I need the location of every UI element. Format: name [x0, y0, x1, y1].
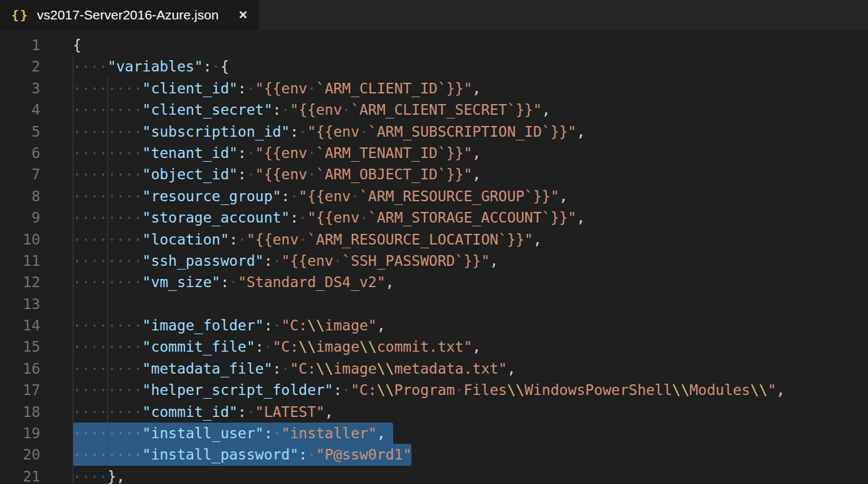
- line-content: ········"object_id":·"{{env·`ARM_OBJECT_…: [73, 164, 868, 185]
- whitespace-dots: ·: [299, 209, 307, 226]
- token: ,: [386, 274, 394, 290]
- vscode-window: {} vs2017-Server2016-Azure.json ✕ 1{2···…: [0, 0, 868, 484]
- tab-vs2017-server2016-azure[interactable]: {} vs2017-Server2016-Azure.json ✕: [0, 0, 259, 30]
- token: \\: [377, 382, 394, 398]
- token: ,: [576, 124, 585, 140]
- token: ,: [490, 253, 499, 269]
- code-line[interactable]: 6········"tenant_id":·"{{env·`ARM_TENANT…: [0, 142, 868, 164]
- token-run: ········"install_password":·"P@ssw0rd1": [73, 446, 411, 463]
- token: :: [238, 145, 246, 161]
- token: `ARM_STORAGE_ACCOUNT`}}": [368, 209, 576, 226]
- token: "client_id": [142, 80, 238, 97]
- code-line[interactable]: 14········"image_folder":·"C:\\image",: [0, 315, 868, 336]
- token: "resource_group": [142, 188, 282, 204]
- code-line[interactable]: 3········"client_id":·"{{env·`ARM_CLIENT…: [0, 78, 868, 99]
- token: "{{env: [255, 80, 307, 97]
- code-line[interactable]: 18········"commit_id":·"LATEST",: [0, 401, 868, 423]
- token-run: ········"commit_id":·"LATEST",: [73, 404, 333, 420]
- whitespace-dots: ·: [299, 124, 307, 140]
- code-line[interactable]: 8········"resource_group":·"{{env·`ARM_R…: [0, 186, 868, 207]
- token: image: [316, 339, 359, 355]
- token: :: [229, 231, 238, 248]
- whitespace-dots: ·: [246, 145, 255, 161]
- whitespace-dots: ········: [73, 339, 142, 355]
- whitespace-dots: ········: [73, 253, 142, 269]
- whitespace-dots: ·: [307, 145, 316, 161]
- code-line[interactable]: 2····"variables":·{: [0, 56, 868, 77]
- code-line[interactable]: 21····},: [0, 466, 868, 484]
- line-content: ········"client_secret":·"{{env·`ARM_CLI…: [73, 99, 868, 120]
- line-content: ········"commit_file":·"C:\\image\\commi…: [73, 336, 868, 357]
- code-line[interactable]: 9········"storage_account":·"{{env·`ARM_…: [0, 207, 868, 228]
- token: "{{env: [281, 253, 333, 269]
- token: ": [768, 382, 776, 398]
- whitespace-dots: ·: [342, 102, 351, 118]
- line-number: 14: [0, 315, 40, 336]
- line-number: 18: [0, 401, 40, 423]
- token: \\: [377, 360, 394, 377]
- line-number: 20: [0, 444, 40, 465]
- code-line[interactable]: 12········"vm_size":·"Standard_DS4_v2",: [0, 271, 868, 293]
- token: "{{env: [290, 102, 342, 118]
- code-line[interactable]: 19········"install_user":·"installer",: [0, 423, 868, 444]
- token: ,: [325, 404, 334, 420]
- line-number: 13: [0, 293, 40, 315]
- line-number: 19: [0, 423, 40, 444]
- token: :: [290, 209, 299, 226]
- line-number: 17: [0, 379, 40, 401]
- token: ,: [776, 382, 785, 398]
- whitespace-dots: ·: [212, 58, 221, 75]
- code-line[interactable]: 10········"location":·"{{env·`ARM_RESOUR…: [0, 229, 868, 250]
- whitespace-dots: ········: [73, 102, 142, 118]
- code-line[interactable]: 16········"metadata_file":·"C:\\image\\m…: [0, 358, 868, 379]
- token: "image_folder": [142, 317, 264, 334]
- code-line[interactable]: 15········"commit_file":·"C:\\image\\com…: [0, 336, 868, 357]
- whitespace-dots: ·: [281, 360, 290, 377]
- whitespace-dots: ·: [307, 446, 316, 463]
- token: "C:: [273, 339, 299, 355]
- code-editor[interactable]: 1{2····"variables":·{3········"client_id…: [0, 30, 868, 484]
- whitespace-dots: ········: [73, 166, 142, 182]
- code-line[interactable]: 5········"subscription_id":·"{{env·`ARM_…: [0, 121, 868, 142]
- whitespace-dots: ········: [73, 80, 142, 97]
- token-run: {: [73, 37, 82, 53]
- token: :: [281, 188, 290, 204]
- whitespace-dots: ·: [359, 124, 368, 140]
- whitespace-dots: ·: [351, 188, 359, 204]
- token-run: ········"client_id":·"{{env·`ARM_CLIENT_…: [73, 80, 481, 97]
- token: Modules: [689, 382, 750, 398]
- token: "installer": [281, 425, 376, 441]
- line-content: ····},: [73, 466, 868, 484]
- token: "vm_size": [142, 274, 221, 290]
- token: `SSH_PASSWORD`}}": [342, 253, 489, 269]
- token-run: ········"metadata_file":·"C:\\image\\met…: [73, 360, 516, 377]
- token: "Standard_DS4_v2": [238, 274, 385, 290]
- code-line[interactable]: 7········"object_id":·"{{env·`ARM_OBJECT…: [0, 164, 868, 185]
- code-line[interactable]: 1{: [0, 34, 868, 56]
- code-line[interactable]: 11········"ssh_password":·"{{env·`SSH_PA…: [0, 250, 868, 271]
- token: `ARM_RESOURCE_LOCATION`}}": [307, 231, 533, 248]
- token: \\: [750, 382, 768, 398]
- token: :: [220, 274, 229, 290]
- token: :: [255, 339, 264, 355]
- code-line[interactable]: 13: [0, 293, 868, 315]
- line-content: ········"install_password":·"P@ssw0rd1": [73, 444, 868, 465]
- tab-close-button[interactable]: ✕: [237, 8, 249, 22]
- whitespace-dots: ·: [273, 317, 282, 334]
- json-file-icon: {}: [11, 9, 29, 21]
- token: `ARM_OBJECT_ID`}}": [316, 166, 472, 182]
- code-line[interactable]: 4········"client_secret":·"{{env·`ARM_CL…: [0, 99, 868, 120]
- token: \\: [672, 382, 690, 398]
- token: "tenant_id": [142, 145, 238, 161]
- line-content: ········"ssh_password":·"{{env·`SSH_PASS…: [73, 250, 868, 271]
- line-content: ····"variables":·{: [73, 56, 868, 77]
- token: `ARM_CLIENT_ID`}}": [316, 80, 472, 97]
- code-line[interactable]: 17········"helper_script_folder":·"C:\\P…: [0, 379, 868, 401]
- token: ,: [472, 80, 481, 97]
- line-content: ········"commit_id":·"LATEST",: [73, 401, 868, 423]
- token: "{{env: [307, 124, 359, 140]
- token-run: ········"resource_group":·"{{env·`ARM_RE…: [73, 188, 568, 204]
- token: :: [238, 404, 246, 420]
- token: "install_password": [142, 446, 299, 463]
- code-line[interactable]: 20········"install_password":·"P@ssw0rd1…: [0, 444, 868, 465]
